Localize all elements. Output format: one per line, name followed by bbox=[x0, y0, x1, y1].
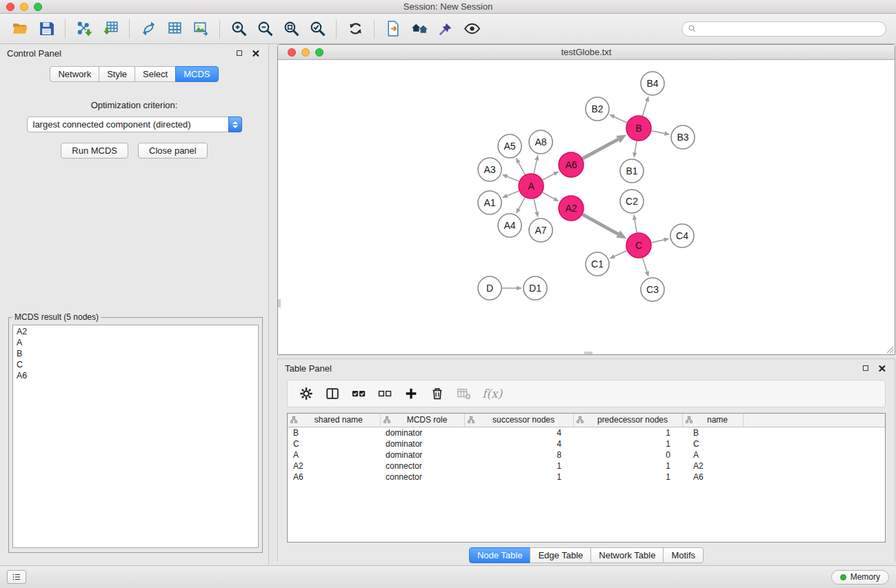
network-minimize-button[interactable] bbox=[301, 48, 310, 57]
graph-node-B[interactable]: B bbox=[626, 116, 651, 141]
close-table-panel-icon[interactable]: ✕ bbox=[877, 363, 886, 374]
new-network-button[interactable] bbox=[161, 17, 188, 41]
table-row[interactable]: A6connector11A6 bbox=[288, 472, 885, 483]
tab-network[interactable]: Network bbox=[50, 66, 99, 82]
graph-node-A7[interactable]: A7 bbox=[529, 219, 552, 242]
cell[interactable]: 4 bbox=[464, 438, 573, 449]
cell[interactable]: C bbox=[682, 438, 743, 449]
export-image-button[interactable] bbox=[188, 17, 214, 41]
cell[interactable]: connector bbox=[380, 472, 464, 483]
column-header-predecessor-nodes[interactable]: predecessor nodes bbox=[573, 414, 682, 427]
import-network-button[interactable] bbox=[71, 17, 97, 41]
network-zoom-button[interactable] bbox=[315, 48, 323, 57]
cell[interactable]: C bbox=[288, 438, 380, 449]
graph-node-B4[interactable]: B4 bbox=[641, 72, 664, 95]
save-session-button[interactable] bbox=[33, 17, 59, 41]
run-mcds-button[interactable]: Run MCDS bbox=[61, 143, 128, 159]
float-panel-icon[interactable] bbox=[237, 50, 242, 56]
table-tab-network-table[interactable]: Network Table bbox=[590, 547, 664, 563]
edge-A-A3[interactable] bbox=[507, 176, 519, 181]
close-panel-icon[interactable]: ✕ bbox=[251, 48, 260, 59]
cell[interactable]: 1 bbox=[573, 438, 682, 449]
cell[interactable]: dominator bbox=[380, 427, 464, 438]
graph-node-A1[interactable]: A1 bbox=[478, 191, 501, 214]
graph-node-B2[interactable]: B2 bbox=[586, 97, 609, 121]
edge-C-C1[interactable] bbox=[615, 251, 627, 256]
delete-table-button[interactable] bbox=[452, 383, 475, 405]
mcds-result-item[interactable]: C bbox=[13, 359, 258, 370]
function-builder-button[interactable]: f(x) bbox=[482, 387, 502, 401]
graph-node-A3[interactable]: A3 bbox=[478, 158, 501, 181]
mcds-result-item[interactable]: A6 bbox=[13, 370, 258, 381]
graph-node-C3[interactable]: C3 bbox=[641, 278, 664, 301]
table-tab-edge-table[interactable]: Edge Table bbox=[530, 547, 591, 563]
cell[interactable]: dominator bbox=[380, 449, 464, 460]
column-header-MCDS-role[interactable]: MCDS role bbox=[380, 414, 464, 427]
edge-A-A7[interactable] bbox=[534, 199, 537, 212]
cell[interactable]: A6 bbox=[682, 472, 743, 483]
graph-node-C[interactable]: C bbox=[626, 233, 651, 258]
refresh-layout-button[interactable] bbox=[342, 17, 368, 41]
column-header-successor-nodes[interactable]: successor nodes bbox=[464, 414, 573, 427]
add-row-button[interactable] bbox=[399, 383, 423, 405]
tab-mcds[interactable]: MCDS bbox=[175, 66, 218, 82]
graph-node-A5[interactable]: A5 bbox=[498, 134, 521, 158]
float-table-panel-icon[interactable] bbox=[863, 365, 868, 371]
table-row[interactable]: Adominator80A bbox=[288, 449, 885, 460]
network-manager-button[interactable] bbox=[135, 17, 161, 41]
edge-B-B2[interactable] bbox=[614, 116, 626, 123]
deselect-all-button[interactable] bbox=[373, 383, 397, 405]
hide-panels-button[interactable] bbox=[406, 17, 432, 41]
graph-node-A8[interactable]: A8 bbox=[529, 130, 552, 154]
cell[interactable]: 1 bbox=[464, 472, 573, 483]
edge-A-A4[interactable] bbox=[519, 198, 525, 210]
cell[interactable]: dominator bbox=[380, 438, 464, 449]
graph-node-C2[interactable]: C2 bbox=[620, 190, 644, 213]
column-header-name[interactable]: name bbox=[682, 414, 743, 427]
table-row[interactable]: Bdominator41B bbox=[288, 427, 885, 438]
settings-button[interactable] bbox=[295, 383, 318, 405]
column-view-button[interactable] bbox=[321, 383, 344, 405]
edge-A-A6[interactable] bbox=[543, 174, 555, 180]
mcds-result-item[interactable]: B bbox=[13, 348, 258, 359]
network-window-titlebar[interactable]: testGlobe.txt bbox=[278, 45, 895, 60]
edge-A-A1[interactable] bbox=[507, 191, 519, 196]
cell[interactable]: B bbox=[288, 427, 380, 438]
table-tab-motifs[interactable]: Motifs bbox=[663, 547, 704, 563]
edge-A-A5[interactable] bbox=[519, 163, 525, 174]
graph-node-D1[interactable]: D1 bbox=[524, 276, 547, 300]
table-row[interactable]: A2connector11A2 bbox=[288, 460, 885, 472]
graph-node-B1[interactable]: B1 bbox=[620, 159, 644, 183]
network-close-button[interactable] bbox=[288, 48, 296, 57]
edge-A-A8[interactable] bbox=[534, 160, 537, 173]
close-window-button[interactable] bbox=[6, 3, 14, 11]
mcds-result-item[interactable]: A bbox=[13, 337, 258, 348]
cell[interactable]: 1 bbox=[464, 460, 573, 472]
cell[interactable]: 0 bbox=[573, 449, 682, 460]
cell[interactable]: A2 bbox=[288, 460, 380, 472]
cell[interactable]: A bbox=[288, 449, 380, 460]
graph-node-C4[interactable]: C4 bbox=[670, 224, 694, 247]
cell[interactable]: 1 bbox=[573, 460, 682, 472]
edge-C-C4[interactable] bbox=[652, 240, 664, 243]
table-tab-node-table[interactable]: Node Table bbox=[469, 547, 531, 563]
graph-node-C1[interactable]: C1 bbox=[586, 252, 609, 276]
graph-node-A6[interactable]: A6 bbox=[559, 152, 584, 177]
cell[interactable]: 1 bbox=[573, 472, 682, 483]
edge-A2-C[interactable] bbox=[583, 214, 619, 234]
first-neighbors-button[interactable] bbox=[380, 17, 406, 41]
graph-node-B3[interactable]: B3 bbox=[671, 125, 695, 149]
edge-C-C3[interactable] bbox=[643, 258, 647, 272]
zoom-window-button[interactable] bbox=[34, 3, 42, 11]
mcds-result-item[interactable]: A2 bbox=[13, 326, 258, 337]
apply-style-button[interactable] bbox=[432, 17, 459, 41]
delete-row-button[interactable] bbox=[426, 383, 449, 405]
zoom-out-button[interactable] bbox=[252, 17, 278, 41]
column-header-shared-name[interactable]: shared name bbox=[288, 414, 380, 427]
cell[interactable]: connector bbox=[380, 460, 464, 472]
show-graphics-button[interactable] bbox=[459, 17, 485, 41]
cell[interactable]: A6 bbox=[288, 472, 380, 483]
edge-A-A2[interactable] bbox=[543, 192, 555, 199]
close-panel-button[interactable]: Close panel bbox=[138, 143, 208, 159]
edge-B-B4[interactable] bbox=[643, 101, 647, 116]
